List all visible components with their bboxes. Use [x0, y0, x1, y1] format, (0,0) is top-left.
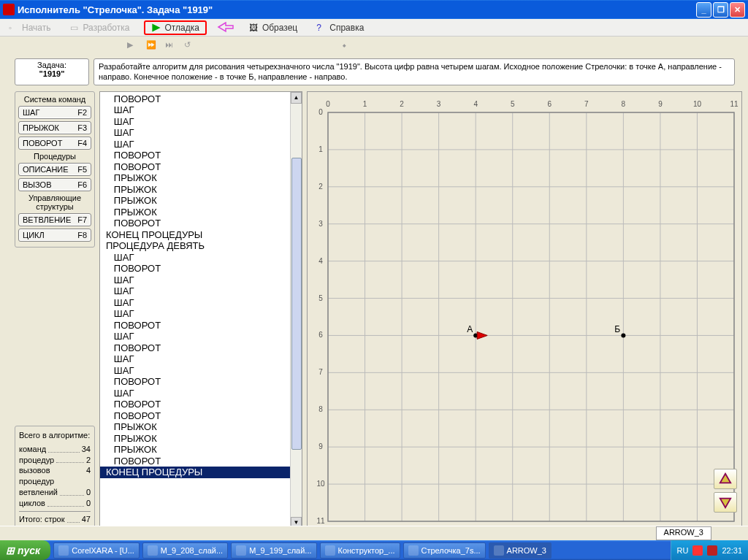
code-line[interactable]: ПОВОРОТ	[100, 263, 302, 275]
code-line[interactable]: ПОВОРОТ	[100, 376, 302, 388]
code-line[interactable]: ШАГ	[100, 365, 302, 377]
code-line[interactable]: ШАГ	[100, 285, 302, 297]
reset-icon[interactable]: ↺	[184, 40, 196, 52]
task-name: "1919"	[17, 69, 87, 78]
fast-forward-icon[interactable]: ⏩	[146, 40, 158, 52]
description-button[interactable]: ОПИСАНИЕF5	[18, 163, 91, 176]
step-button[interactable]: ШАГF2	[18, 106, 91, 119]
taskbar-item[interactable]: M_9_208_слай...	[142, 542, 228, 559]
branch-button[interactable]: ВЕТВЛЕНИЕF7	[18, 213, 91, 226]
window-titlebar: Исполнитель "Стрелочка". Задача "1919" _…	[0, 0, 748, 19]
system-tray[interactable]: RU 22:31	[671, 540, 748, 560]
code-line[interactable]: ШАГ	[100, 297, 302, 309]
code-line[interactable]: ПОВОРОТ	[100, 399, 302, 410]
debug-toolbar: ▶ ⏩ ⏭ ↺ ⬥	[0, 37, 748, 55]
minimize-button[interactable]: _	[696, 2, 711, 18]
jump-button[interactable]: ПРЫЖОКF3	[18, 121, 91, 134]
code-line[interactable]: ШАГ	[100, 308, 302, 320]
code-line[interactable]: ПОВОРОТ	[100, 93, 302, 105]
svg-text:3: 3	[437, 100, 441, 108]
app-icon	[236, 545, 246, 556]
code-line[interactable]: ШАГ	[100, 331, 302, 342]
taskbar-item[interactable]: M_9_199_слай...	[231, 542, 316, 559]
code-line[interactable]: ШАГ	[100, 275, 302, 286]
code-line[interactable]: ПОВОРОТ	[100, 342, 302, 354]
code-line[interactable]: ПРЫЖОК	[100, 421, 302, 433]
scrollbar[interactable]: ▲ ▼	[290, 92, 302, 529]
app-icon	[148, 545, 158, 556]
task-row: Задача: "1919" Разработайте алгоритм для…	[0, 55, 748, 91]
loop-button[interactable]: ЦИКЛF8	[18, 229, 91, 242]
code-line[interactable]: ШАГ	[100, 252, 302, 264]
code-line[interactable]: ШАГ	[100, 127, 302, 139]
close-button[interactable]: ✕	[730, 2, 745, 18]
task-label: Задача:	[17, 61, 87, 69]
svg-text:8: 8	[622, 100, 626, 108]
menu-debug-label: Отладка	[164, 23, 199, 33]
svg-marker-0	[153, 23, 161, 31]
play-icon	[151, 23, 161, 33]
menu-develop[interactable]: ▭ Разработка	[66, 21, 134, 34]
grid-up-button[interactable]	[714, 469, 737, 489]
start-button[interactable]: ⊞ пуск	[0, 540, 50, 560]
window-title: Исполнитель "Стрелочка". Задача "1919"	[18, 4, 696, 15]
code-line[interactable]: ПРЫЖОК	[100, 184, 302, 196]
code-line[interactable]: ПРЫЖОК	[100, 433, 302, 445]
play-icon[interactable]: ▶	[127, 40, 139, 52]
statusbar: ARROW_3	[0, 526, 748, 540]
call-button[interactable]: ВЫЗОВF6	[18, 178, 91, 191]
tray-icon[interactable]	[692, 545, 703, 556]
menu-sample[interactable]: 🖼 Образец	[245, 21, 302, 34]
code-line[interactable]: ШАГ	[100, 353, 302, 365]
picture-icon: 🖼	[249, 23, 259, 33]
svg-text:5: 5	[511, 100, 515, 108]
code-line[interactable]: КОНЕЦ ПРОЦЕДУРЫ	[100, 467, 302, 478]
taskbar-item[interactable]: CorelXARA - [U...	[53, 542, 140, 559]
maximize-button[interactable]: ❐	[713, 2, 728, 18]
grid-down-button[interactable]	[714, 492, 737, 513]
code-line[interactable]: ШАГ	[100, 116, 302, 128]
code-line[interactable]: ПОВОРОТ	[100, 161, 302, 173]
svg-text:9: 9	[658, 100, 663, 108]
drawing-grid[interactable]: 0123456789101101234567891011АБ	[307, 91, 742, 529]
code-line[interactable]: ПОВОРОТ	[100, 320, 302, 331]
turn-button[interactable]: ПОВОРОТF4	[18, 137, 91, 150]
code-line[interactable]: ПРЫЖОК	[100, 172, 302, 184]
code-line[interactable]: ШАГ	[100, 104, 302, 116]
svg-text:6: 6	[547, 100, 552, 108]
code-line[interactable]: ШАГ	[100, 388, 302, 399]
code-line[interactable]: ПОВОРОТ	[100, 410, 302, 422]
svg-marker-55	[720, 473, 730, 483]
code-line[interactable]: ПОВОРОТ	[100, 456, 302, 467]
code-line[interactable]: ШАГ	[100, 139, 302, 150]
code-line[interactable]: ПРЫЖОК	[100, 195, 302, 207]
taskbar-item[interactable]: Конструктор_...	[320, 542, 400, 559]
tray-icon[interactable]	[707, 545, 717, 556]
menu-help-label: Справка	[329, 23, 364, 33]
svg-marker-52	[477, 331, 487, 339]
code-line[interactable]: ПОВОРОТ	[100, 150, 302, 161]
status-text: ARROW_3	[656, 526, 711, 540]
commands-panel: Система команд ШАГF2 ПРЫЖОКF3 ПОВОРОТF4 …	[15, 91, 95, 248]
menu-debug[interactable]: Отладка	[144, 20, 206, 35]
svg-text:11: 11	[316, 517, 325, 525]
svg-text:0: 0	[318, 108, 323, 116]
code-line[interactable]: ПРЫЖОК	[100, 207, 302, 218]
step-icon[interactable]: ⏭	[165, 40, 177, 52]
menu-help[interactable]: ? Справка	[312, 21, 368, 34]
code-panel: ПОВОРОТ ШАГ ШАГ ШАГ ШАГ ПОВОРОТ ПОВОРОТ …	[99, 91, 302, 529]
code-line[interactable]: ПРЫЖОК	[100, 444, 302, 456]
code-list[interactable]: ПОВОРОТ ШАГ ШАГ ШАГ ШАГ ПОВОРОТ ПОВОРОТ …	[100, 92, 302, 480]
marker-icon[interactable]: ⬥	[342, 40, 354, 52]
scroll-up-icon[interactable]: ▲	[291, 92, 302, 104]
code-line[interactable]: ПРОЦЕДУРА ДЕВЯТЬ	[100, 240, 302, 252]
menu-start[interactable]: ◦ Начать	[4, 21, 56, 34]
scroll-thumb[interactable]	[291, 158, 302, 450]
taskbar-item[interactable]: ARROW_3	[489, 542, 552, 559]
code-line[interactable]: ПОВОРОТ	[100, 218, 302, 229]
code-line[interactable]: КОНЕЦ ПРОЦЕДУРЫ	[100, 229, 302, 241]
language-indicator[interactable]: RU	[677, 546, 689, 555]
taskbar-item[interactable]: Стрелочка_7s...	[403, 542, 486, 559]
sidebar: Система команд ШАГF2 ПРЫЖОКF3 ПОВОРОТF4 …	[15, 91, 95, 529]
menu-sample-label: Образец	[262, 23, 297, 33]
